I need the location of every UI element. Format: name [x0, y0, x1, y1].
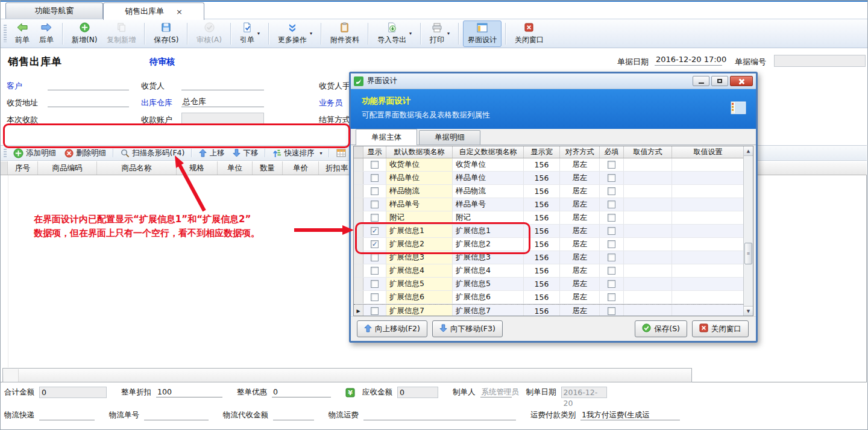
show-checkbox[interactable]: ✓ [371, 240, 379, 248]
width-cell[interactable]: 156 [524, 291, 560, 304]
save-button[interactable]: 保存(S) [635, 320, 687, 337]
toolbar-button-ui-design[interactable]: 界面设计 [463, 20, 502, 47]
show-checkbox[interactable]: ✓ [371, 227, 379, 235]
maximize-button[interactable] [711, 76, 728, 86]
grid-row-4[interactable]: 样品单号样品单号156居左 [354, 198, 753, 211]
toolbar-button-close-window[interactable]: 关闭窗口 [510, 20, 549, 47]
value-setting-cell[interactable] [672, 238, 744, 251]
detail-toolbar-grip[interactable] [4, 149, 7, 157]
required-checkbox[interactable] [608, 187, 615, 195]
tab-doc-main[interactable]: 单据主体 [356, 129, 417, 145]
custom-name-cell[interactable]: 扩展信息2 [453, 238, 524, 251]
row-selector[interactable]: ▶ [354, 305, 363, 316]
custom-name-cell[interactable]: 扩展信息5 [453, 278, 524, 290]
align-cell[interactable]: 居左 [560, 251, 600, 264]
show-checkbox[interactable] [371, 187, 379, 195]
value-method-cell[interactable] [624, 211, 672, 224]
custom-name-cell[interactable]: 样品物流 [453, 185, 524, 198]
custom-name-cell[interactable]: 扩展信息3 [453, 251, 524, 264]
width-cell[interactable]: 156 [524, 278, 560, 290]
width-cell[interactable]: 156 [524, 172, 560, 184]
grid-row-1[interactable]: 收货单位收货单位156居左 [354, 158, 753, 172]
detail-button-quick-sort[interactable]: 快速排序▾ [268, 147, 326, 159]
custom-name-cell[interactable]: 样品单位 [453, 172, 524, 184]
minimize-button[interactable] [693, 76, 709, 86]
show-checkbox[interactable] [371, 307, 379, 315]
required-checkbox[interactable] [608, 293, 615, 301]
required-checkbox[interactable] [608, 227, 615, 235]
value-setting-cell[interactable] [672, 305, 744, 316]
default-name-cell[interactable]: 扩展信息5 [386, 278, 453, 290]
align-cell[interactable]: 居左 [560, 158, 600, 171]
dropdown-caret-icon[interactable]: ▾ [447, 31, 450, 36]
custom-name-cell[interactable]: 样品单号 [453, 198, 524, 211]
row-selector[interactable] [354, 291, 363, 304]
field-value[interactable]: 2016-12-20 [561, 387, 607, 398]
tab-sales-outbound[interactable]: 销售出库单 × [103, 2, 204, 20]
close-button[interactable] [730, 76, 753, 86]
default-name-cell[interactable]: 附记 [386, 211, 453, 224]
toolbar-button-save[interactable]: 保存(S) [149, 20, 183, 47]
align-cell[interactable]: 居左 [560, 238, 600, 251]
show-checkbox[interactable] [371, 214, 379, 222]
value-setting-cell[interactable] [672, 211, 744, 224]
row-selector[interactable] [354, 264, 363, 277]
default-name-cell[interactable]: 收货单位 [386, 158, 453, 171]
grid-row-5[interactable]: 附记附记156居左 [354, 211, 753, 225]
default-name-cell[interactable]: 扩展信息4 [386, 264, 453, 277]
field-value[interactable]: 0 [272, 387, 331, 397]
row-selector[interactable] [354, 238, 363, 251]
detail-button-move-up[interactable]: 上移 [195, 147, 228, 159]
dropdown-caret-icon[interactable]: ▾ [319, 151, 322, 156]
width-cell[interactable]: 156 [524, 158, 560, 171]
row-selector[interactable] [354, 251, 363, 264]
grid-row-3[interactable]: 样品物流样品物流156居左 [354, 185, 753, 198]
default-name-cell[interactable]: 扩展信息1 [386, 225, 453, 237]
tab-doc-detail[interactable]: 单据明细 [419, 130, 480, 145]
tab-nav-window[interactable]: 功能导航窗 [5, 2, 103, 19]
value-method-cell[interactable] [624, 278, 672, 290]
value-method-cell[interactable] [624, 238, 672, 251]
value-setting-cell[interactable] [672, 198, 744, 211]
field-value[interactable]: 0 [397, 387, 438, 398]
row-selector[interactable] [354, 198, 363, 211]
row-selector[interactable] [354, 185, 363, 198]
value-setting-cell[interactable] [672, 158, 744, 171]
grid-row-6[interactable]: ✓扩展信息1扩展信息1156居左 [354, 225, 753, 238]
show-checkbox[interactable] [371, 161, 379, 169]
toolbar-button-prev-doc[interactable]: 前单 [10, 20, 34, 47]
grid-row-7[interactable]: ✓扩展信息2扩展信息2156居左 [354, 238, 753, 251]
default-name-cell[interactable]: 扩展信息7 [386, 305, 453, 316]
custom-name-cell[interactable]: 扩展信息4 [453, 264, 524, 277]
toolbar-button-copy-new[interactable]: 复制新增 [102, 20, 140, 47]
dropdown-caret-icon[interactable]: ▾ [257, 31, 260, 36]
dropdown-caret-icon[interactable]: ▾ [310, 31, 312, 36]
align-cell[interactable]: 居左 [560, 185, 600, 198]
value-setting-cell[interactable] [672, 225, 744, 237]
align-cell[interactable]: 居左 [560, 291, 600, 304]
form-field[interactable] [181, 113, 264, 125]
align-cell[interactable]: 居左 [560, 198, 600, 211]
value-setting-cell[interactable] [672, 251, 744, 264]
doc-no-field[interactable] [774, 55, 866, 67]
toolbar-button-next-doc[interactable]: 后单 [34, 20, 58, 47]
field-value[interactable]: 100 [156, 387, 222, 397]
value-setting-cell[interactable] [672, 185, 744, 198]
custom-name-cell[interactable]: 扩展信息7 [453, 305, 524, 316]
field-value[interactable] [363, 410, 516, 420]
custom-name-cell[interactable]: 扩展信息6 [453, 291, 524, 304]
width-cell[interactable]: 156 [524, 264, 560, 277]
scroll-down-icon[interactable]: ▼ [744, 306, 753, 316]
default-name-cell[interactable]: 样品单号 [386, 198, 453, 211]
detail-button-delete-detail[interactable]: 删除明细 [60, 147, 110, 159]
grid-row-10[interactable]: 扩展信息5扩展信息5156居左 [354, 278, 753, 291]
required-checkbox[interactable] [608, 307, 615, 315]
align-cell[interactable]: 居左 [560, 264, 600, 277]
grid-row-2[interactable]: 样品单位样品单位156居左 [354, 172, 753, 185]
default-name-cell[interactable]: 扩展信息2 [386, 238, 453, 251]
value-method-cell[interactable] [624, 264, 672, 277]
required-checkbox[interactable] [608, 267, 615, 275]
move-down-button[interactable]: 向下移动(F3) [432, 320, 503, 337]
field-value[interactable]: 0 [39, 387, 107, 398]
align-cell[interactable]: 居左 [560, 172, 600, 184]
